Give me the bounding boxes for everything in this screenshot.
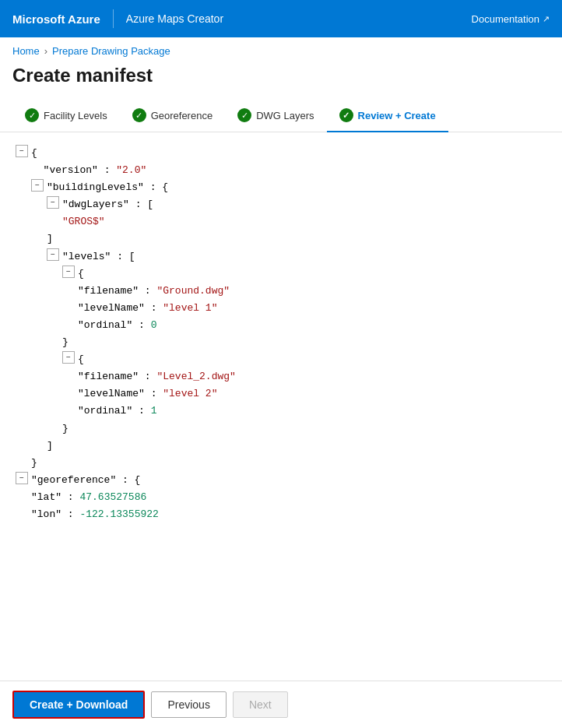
collapse-level2[interactable]: −	[62, 351, 75, 364]
collapse-root[interactable]: −	[16, 145, 28, 157]
brand-name: Microsoft Azure	[12, 12, 100, 26]
levels-open: − "levels" : [	[16, 248, 546, 266]
collapse-georeference[interactable]: −	[16, 472, 28, 484]
filename1-line: "filename" : "Ground.dwg"	[16, 283, 546, 300]
levelname1-line: "levelName" : "level 1"	[16, 300, 546, 317]
step-facility-levels[interactable]: ✓ Facility Levels	[12, 99, 120, 132]
version-line: "version" : "2.0"	[16, 162, 546, 179]
dwglayers-close: ]	[16, 230, 546, 248]
ordinal1-line: "ordinal" : 0	[16, 317, 546, 334]
step-georeference[interactable]: ✓ Georeference	[120, 99, 226, 132]
step-label-facility: Facility Levels	[44, 110, 107, 121]
next-button: Next	[233, 691, 288, 718]
step-check-geo: ✓	[132, 108, 146, 122]
ordinal2-line: "ordinal" : 1	[16, 403, 546, 420]
step-label-review: Review + Create	[358, 110, 436, 121]
step-check-dwg: ✓	[237, 108, 251, 122]
external-link-icon: ↗	[543, 14, 550, 24]
filename2-line: "filename" : "Level_2.dwg"	[16, 368, 546, 385]
create-download-button[interactable]: Create + Download	[12, 691, 145, 719]
levelname2-line: "levelName" : "level 2"	[16, 385, 546, 403]
breadcrumb: Home › Prepare Drawing Package	[0, 37, 562, 60]
topbar-divider	[113, 9, 114, 28]
collapse-buildinglevels[interactable]: −	[31, 179, 44, 192]
dwglayers-open: − "dwgLayers" : [	[16, 196, 546, 213]
buildinglevels-open: − "buildingLevels" : {	[16, 179, 546, 196]
levels-close: ]	[16, 438, 546, 455]
page-title: Create manifest	[0, 60, 562, 99]
breadcrumb-home[interactable]: Home	[12, 45, 40, 57]
lat-line: "lat" : 47.63527586	[16, 489, 546, 506]
breadcrumb-separator: ›	[44, 45, 47, 57]
level2-close: }	[16, 420, 546, 438]
step-check-facility: ✓	[25, 108, 39, 122]
step-label-dwg: DWG Layers	[256, 110, 314, 121]
step-review-create[interactable]: ✓ Review + Create	[327, 99, 448, 132]
json-display: − { "version" : "2.0" − "buildingLevels"…	[0, 132, 562, 677]
collapse-level1[interactable]: −	[62, 266, 75, 278]
footer: Create + Download Previous Next	[0, 681, 562, 728]
product-name: Azure Maps Creator	[126, 12, 223, 25]
previous-button[interactable]: Previous	[151, 691, 226, 718]
steps-bar: ✓ Facility Levels ✓ Georeference ✓ DWG L…	[0, 99, 562, 132]
step-label-geo: Georeference	[151, 110, 213, 121]
docs-label: Documentation	[472, 13, 539, 25]
breadcrumb-page[interactable]: Prepare Drawing Package	[52, 45, 170, 57]
root-open: − {	[16, 145, 546, 162]
level1-open: − {	[16, 266, 546, 283]
collapse-levels[interactable]: −	[47, 248, 59, 261]
topbar: Microsoft Azure Azure Maps Creator Docum…	[0, 0, 562, 37]
gros-line: "GROS$"	[16, 213, 546, 230]
step-check-review: ✓	[339, 108, 353, 122]
lon-line: "lon" : -122.13355922	[16, 506, 546, 523]
collapse-dwglayers[interactable]: −	[47, 196, 59, 209]
level2-open: − {	[16, 351, 546, 368]
georeference-open: − "georeference" : {	[16, 472, 546, 489]
step-dwg-layers[interactable]: ✓ DWG Layers	[225, 99, 326, 132]
docs-link[interactable]: Documentation ↗	[472, 13, 550, 25]
level1-close: }	[16, 334, 546, 351]
buildinglevels-close: }	[16, 455, 546, 472]
